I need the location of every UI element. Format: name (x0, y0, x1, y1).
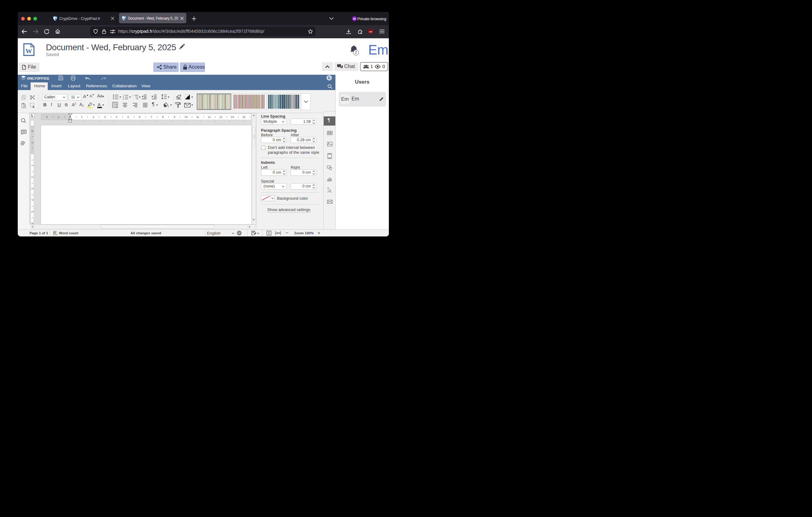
svg-text:uO: uO (369, 30, 372, 33)
svg-text:3: 3 (123, 98, 124, 100)
svg-text:a: a (329, 188, 331, 192)
svg-text:W: W (25, 47, 32, 55)
svg-text:-: - (134, 98, 135, 100)
svg-text:1 2 3: 1 2 3 (53, 234, 57, 236)
